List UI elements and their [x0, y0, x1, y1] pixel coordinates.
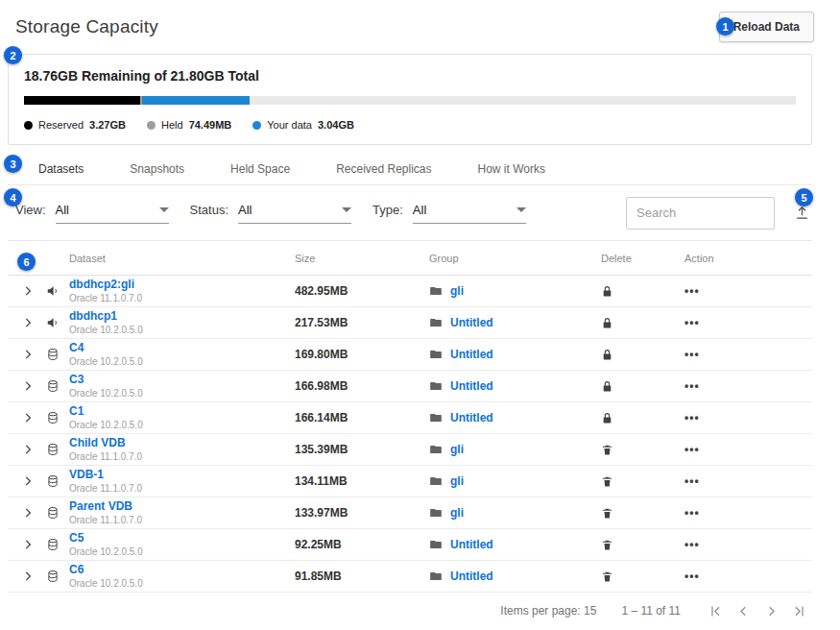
previous-page-button[interactable]: [733, 601, 754, 621]
next-page-button[interactable]: [761, 601, 781, 621]
group-link[interactable]: Untitled: [450, 348, 493, 361]
group-link[interactable]: Untitled: [450, 538, 493, 551]
action-menu-button[interactable]: •••: [684, 474, 700, 488]
search-input[interactable]: [626, 197, 775, 230]
trash-icon[interactable]: [601, 570, 613, 583]
held-dot-icon: [147, 121, 156, 130]
table-row: C1 Oracle 10.2.0.5.0 166.14MB Untitled •…: [8, 402, 812, 434]
action-menu-button[interactable]: •••: [684, 379, 700, 393]
tab-datasets[interactable]: Datasets: [15, 153, 107, 185]
expand-chevron-icon[interactable]: [21, 379, 35, 393]
group-link[interactable]: gli: [450, 284, 464, 298]
storage-capacity-page: 1 2 3 4 5 6 Storage Capacity Reload Data…: [0, 0, 840, 630]
callout-1: 1: [716, 17, 734, 36]
group-link[interactable]: gli: [450, 474, 464, 488]
database-icon: [46, 411, 60, 424]
group-link[interactable]: Untitled: [450, 316, 493, 329]
dataset-size: 166.14MB: [295, 411, 429, 424]
tab-how-it-works[interactable]: How it Works: [455, 153, 568, 185]
tab-received-replicas[interactable]: Received Replicas: [313, 153, 454, 185]
callout-6: 6: [17, 253, 36, 271]
dataset-name-link[interactable]: C4: [69, 342, 295, 354]
view-filter: View: All: [15, 203, 169, 224]
dataset-subtitle: Oracle 11.1.0.7.0: [69, 451, 295, 462]
action-menu-button[interactable]: •••: [684, 411, 700, 424]
dataset-name-link[interactable]: dbdhcp2:gli: [69, 279, 295, 291]
dataset-name-link[interactable]: VDB-1: [69, 469, 295, 481]
group-link[interactable]: gli: [450, 506, 464, 520]
capacity-summary-text: 18.76GB Remaining of 21.80GB Total: [24, 68, 796, 84]
dataset-name-link[interactable]: C5: [69, 532, 295, 545]
items-per-page-value[interactable]: 15: [584, 604, 596, 618]
action-menu-button[interactable]: •••: [684, 569, 700, 583]
lock-icon: [601, 380, 613, 393]
dataset-subtitle: Oracle 10.2.0.5.0: [69, 388, 295, 399]
dataset-name-link[interactable]: C3: [69, 374, 295, 386]
dataset-size: 91.85MB: [295, 569, 429, 583]
last-page-button[interactable]: [789, 601, 809, 621]
group-link[interactable]: Untitled: [450, 379, 493, 393]
action-menu-button[interactable]: •••: [684, 506, 700, 520]
database-icon: [46, 569, 60, 583]
view-filter-label: View:: [15, 203, 46, 217]
expand-chevron-icon[interactable]: [21, 569, 35, 583]
items-per-page: Items per page: 15: [500, 604, 596, 618]
export-icon: [794, 205, 810, 221]
action-menu-button[interactable]: •••: [684, 348, 700, 361]
capacity-bar: [24, 96, 796, 105]
reserved-dot-icon: [24, 121, 33, 130]
folder-icon: [429, 443, 443, 456]
trash-icon[interactable]: [601, 507, 613, 520]
tab-snapshots[interactable]: Snapshots: [107, 153, 207, 185]
database-icon: [46, 348, 60, 361]
status-filter-select[interactable]: All: [238, 203, 351, 224]
folder-icon: [429, 379, 443, 393]
pagination-bar: Items per page: 15 1 – 11 of 11: [0, 593, 840, 629]
expand-chevron-icon[interactable]: [21, 348, 35, 361]
action-menu-button[interactable]: •••: [684, 284, 700, 298]
first-page-button[interactable]: [706, 601, 726, 621]
capacity-legend: Reserved 3.27GB Held 74.49MB Your data 3…: [24, 119, 796, 131]
expand-chevron-icon[interactable]: [21, 284, 35, 298]
group-link[interactable]: gli: [450, 443, 464, 456]
dataset-name-link[interactable]: Parent VDB: [69, 500, 295, 513]
capacity-summary-card: 18.76GB Remaining of 21.80GB Total Reser…: [8, 54, 812, 145]
group-link[interactable]: Untitled: [450, 411, 493, 424]
dataset-name-link[interactable]: C1: [69, 405, 295, 418]
dataset-name-link[interactable]: dbdhcp1: [69, 310, 295, 323]
dataset-subtitle: Oracle 11.1.0.7.0: [69, 515, 295, 525]
expand-chevron-icon[interactable]: [21, 443, 35, 456]
action-menu-button[interactable]: •••: [684, 443, 700, 456]
folder-icon: [429, 506, 443, 520]
dataset-name-link[interactable]: C6: [69, 564, 295, 576]
dataset-subtitle: Oracle 10.2.0.5.0: [69, 325, 295, 335]
tab-held-space[interactable]: Held Space: [207, 153, 313, 185]
reserved-segment: [24, 96, 140, 105]
folder-icon: [429, 348, 443, 361]
type-filter-label: Type:: [372, 203, 403, 217]
expand-chevron-icon[interactable]: [21, 316, 35, 329]
top-bar: Storage Capacity Reload Data: [0, 0, 840, 52]
column-header-size: Size: [295, 253, 429, 264]
action-menu-button[interactable]: •••: [684, 316, 700, 329]
expand-chevron-icon[interactable]: [21, 506, 35, 520]
chevron-down-icon: [342, 207, 351, 212]
action-menu-button[interactable]: •••: [684, 538, 700, 551]
legend-label: Held: [161, 119, 183, 131]
type-filter-select[interactable]: All: [413, 203, 526, 224]
dataset-name-link[interactable]: Child VDB: [69, 437, 295, 449]
lock-icon: [601, 412, 613, 424]
expand-chevron-icon[interactable]: [21, 474, 35, 488]
trash-icon[interactable]: [601, 475, 613, 488]
items-per-page-label: Items per page:: [500, 604, 580, 618]
trash-icon[interactable]: [601, 444, 613, 456]
legend-held: Held 74.49MB: [147, 119, 231, 131]
table-row: C4 Oracle 10.2.0.5.0 169.80MB Untitled •…: [8, 339, 812, 371]
column-header-delete: Delete: [593, 253, 677, 264]
dataset-size: 169.80MB: [295, 348, 429, 361]
expand-chevron-icon[interactable]: [21, 538, 35, 551]
view-filter-select[interactable]: All: [56, 203, 169, 224]
group-link[interactable]: Untitled: [450, 569, 493, 583]
expand-chevron-icon[interactable]: [21, 411, 35, 424]
trash-icon[interactable]: [601, 539, 613, 551]
